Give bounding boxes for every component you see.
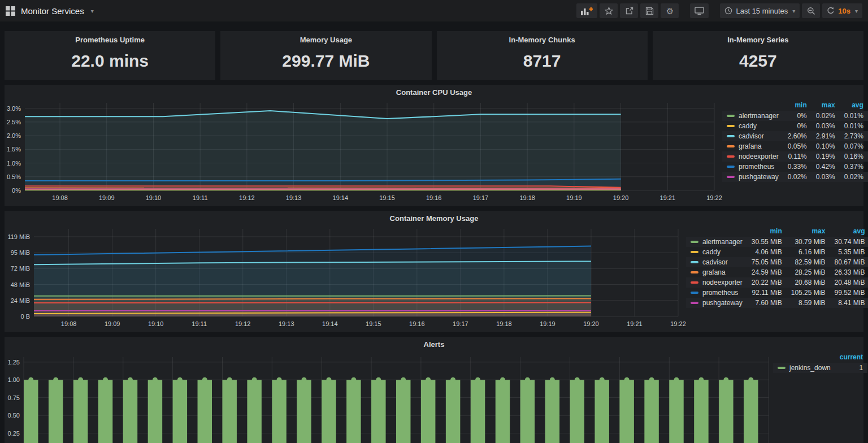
- panel-title[interactable]: In-Memory Series: [653, 31, 863, 44]
- alert-bar: [123, 380, 137, 443]
- x-axis-tick-label: 19:11: [192, 320, 207, 327]
- y-axis-tick-label: 0.25: [8, 430, 20, 437]
- dashboard-title-caret-icon[interactable]: ▾: [91, 8, 94, 14]
- cpu-legend-table: minmaxavgalertmanager0%0.02%0.01%caddy0%…: [722, 101, 868, 182]
- alert-bar: [346, 380, 361, 443]
- x-axis-tick-label: 19:22: [706, 194, 722, 201]
- legend-header-avg[interactable]: avg: [840, 101, 868, 111]
- cycle-view-mode-button[interactable]: [690, 3, 709, 18]
- cpu-usage-chart[interactable]: 0%0.5%1.0%1.5%2.0%2.5%3.0%19:0819:0919:1…: [5, 98, 722, 206]
- legend-row: nodeexporter20.22 MiB20.68 MiB20.48 MiB: [686, 277, 868, 288]
- x-axis-tick-label: 19:16: [426, 194, 442, 201]
- legend-series-alertmanager[interactable]: alertmanager: [686, 237, 747, 247]
- series-name-label: grafana: [702, 268, 726, 276]
- legend-series-caddy[interactable]: caddy: [686, 247, 747, 257]
- alert-bar-point: [376, 377, 381, 383]
- alert-bar-point: [550, 377, 555, 383]
- series-name-label: pushgateway: [702, 299, 743, 307]
- legend-series-nodeexporter[interactable]: nodeexporter: [686, 277, 747, 288]
- legend-series-cadvisor[interactable]: cadvisor: [686, 257, 747, 267]
- memory-chart-svg[interactable]: 0 B24 MiB48 MiB72 MiB95 MiB119 MiB19:081…: [5, 224, 686, 332]
- dashboard-title[interactable]: Monitor Services: [21, 6, 84, 16]
- y-axis-tick-label: 0 B: [20, 313, 30, 320]
- legend-row: jenkins_down1: [773, 363, 867, 373]
- alert-bar-point: [698, 377, 704, 383]
- legend-header-min[interactable]: min: [783, 101, 811, 111]
- alert-bar-point: [450, 377, 455, 383]
- legend-series-grafana[interactable]: grafana: [686, 267, 747, 277]
- legend-value-max: 28.25 MiB: [787, 267, 830, 277]
- panel-title[interactable]: Alerts: [5, 337, 863, 350]
- zoom-out-time-button[interactable]: [802, 3, 820, 18]
- memory-usage-chart[interactable]: 0 B24 MiB48 MiB72 MiB95 MiB119 MiB19:081…: [5, 224, 686, 332]
- series-name-label: alertmanager: [702, 238, 743, 246]
- legend-value-min: 7.60 MiB: [747, 298, 787, 308]
- legend-row: alertmanager30.55 MiB30.79 MiB30.74 MiB: [686, 237, 868, 247]
- series-color-swatch: [691, 251, 698, 253]
- legend-series-prometheus[interactable]: prometheus: [686, 288, 747, 298]
- x-axis-tick-label: 19:18: [519, 194, 535, 201]
- alert-bar-point: [177, 377, 183, 383]
- legend-series-pushgateway[interactable]: pushgateway: [722, 172, 783, 182]
- legend-series-alertmanager[interactable]: alertmanager: [722, 111, 783, 121]
- legend-header-max[interactable]: max: [811, 101, 840, 111]
- alerts-chart-svg[interactable]: 00.250.500.751.001.25: [5, 350, 773, 443]
- alerts-chart[interactable]: 00.250.500.751.001.25: [5, 350, 773, 443]
- dashboards-grid-icon[interactable]: [6, 6, 15, 16]
- panel-title[interactable]: Prometheus Uptime: [5, 31, 215, 44]
- legend-value-min: 92.11 MiB: [747, 288, 787, 298]
- legend-series-pushgateway[interactable]: pushgateway: [686, 298, 747, 308]
- legend-value-avg: 99.52 MiB: [830, 288, 868, 298]
- legend-header-max[interactable]: max: [787, 227, 830, 237]
- panel-title[interactable]: In-Memory Chunks: [437, 31, 648, 44]
- cpu-usage-legend: minmaxavgalertmanager0%0.02%0.01%caddy0%…: [722, 98, 863, 206]
- legend-value-max: 2.91%: [811, 131, 840, 141]
- alert-bar: [545, 380, 559, 443]
- add-panel-icon: [581, 7, 593, 15]
- series-area-prometheus: [34, 246, 591, 317]
- dashboard-settings-button[interactable]: ⚙: [661, 3, 679, 18]
- series-name-label: alertmanager: [739, 112, 779, 120]
- panel-title[interactable]: Memory Usage: [220, 31, 431, 44]
- x-axis-tick-label: 19:19: [566, 194, 582, 201]
- legend-series-caddy[interactable]: caddy: [722, 121, 783, 131]
- cpu-chart-svg[interactable]: 0%0.5%1.0%1.5%2.0%2.5%3.0%19:0819:0919:1…: [5, 98, 722, 206]
- refresh-picker[interactable]: 10s ▾: [822, 3, 862, 18]
- legend-header-min[interactable]: min: [747, 227, 787, 237]
- x-axis-tick-label: 19:09: [99, 194, 115, 201]
- clock-icon: [724, 7, 732, 15]
- series-color-swatch: [727, 125, 735, 127]
- series-color-swatch: [727, 135, 735, 137]
- legend-header-current[interactable]: current: [835, 353, 867, 363]
- alert-bar: [297, 380, 311, 443]
- share-dashboard-button[interactable]: [620, 3, 638, 18]
- y-axis-tick-label: 0%: [12, 187, 21, 194]
- series-color-swatch: [691, 261, 698, 263]
- stat-value: 22.0 mins: [5, 51, 215, 71]
- legend-value-max: 105.25 MiB: [787, 288, 830, 298]
- legend-series-jenkins_down[interactable]: jenkins_down: [773, 363, 835, 373]
- legend-series-nodeexporter[interactable]: nodeexporter: [722, 151, 783, 162]
- x-axis-tick-label: 19:08: [61, 320, 77, 327]
- legend-series-prometheus[interactable]: prometheus: [722, 162, 783, 172]
- legend-header-avg[interactable]: avg: [830, 227, 868, 237]
- time-range-picker[interactable]: Last 15 minutes ▾: [720, 3, 800, 18]
- x-axis-tick-label: 19:14: [322, 320, 338, 327]
- star-dashboard-button[interactable]: [600, 3, 618, 18]
- panel-title[interactable]: Container Memory Usage: [5, 211, 863, 224]
- legend-series-grafana[interactable]: grafana: [722, 141, 783, 151]
- x-axis-tick-label: 19:13: [286, 194, 302, 201]
- save-dashboard-button[interactable]: [640, 3, 658, 18]
- add-panel-button[interactable]: [576, 3, 597, 18]
- x-axis-tick-label: 19:13: [279, 320, 294, 327]
- alert-bar: [446, 380, 460, 443]
- y-axis-tick-label: 2.5%: [7, 119, 21, 125]
- panel-title[interactable]: Container CPU Usage: [5, 85, 863, 98]
- series-color-swatch: [727, 166, 735, 168]
- legend-value-min: 0.02%: [783, 172, 811, 182]
- legend-series-cadvisor[interactable]: cadvisor: [722, 131, 783, 141]
- y-axis-tick-label: 3.0%: [7, 105, 21, 112]
- legend-row: prometheus0.33%0.42%0.37%: [722, 162, 868, 172]
- x-axis-tick-label: 19:12: [235, 320, 251, 327]
- legend-value-min: 24.59 MiB: [747, 267, 787, 277]
